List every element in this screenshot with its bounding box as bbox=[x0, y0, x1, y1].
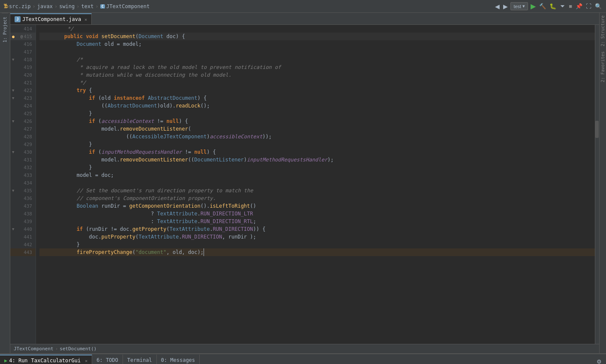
code-line-421: */ bbox=[39, 79, 595, 87]
linenum-420: 420 bbox=[10, 71, 36, 79]
tab-label: JTextComponent.java bbox=[22, 16, 81, 22]
sep1: › bbox=[33, 3, 36, 9]
linenum-429: 429 bbox=[10, 140, 36, 148]
linenum-438: 438 bbox=[10, 210, 36, 218]
code-line-440: if (runDir != doc.getProperty(TextAttrib… bbox=[39, 225, 595, 233]
search-button[interactable]: 🔍 bbox=[594, 2, 603, 10]
linenum-418: ▼418 bbox=[10, 56, 36, 63]
settings-button[interactable]: ⚙ bbox=[596, 358, 603, 364]
code-line-427: model.removeDocumentListener( bbox=[39, 125, 595, 133]
mini-scrollbar[interactable] bbox=[595, 25, 599, 344]
pin-button[interactable]: 📌 bbox=[575, 2, 583, 10]
build-button[interactable]: 🔨 bbox=[538, 2, 547, 10]
linenum-422: ▼422 bbox=[10, 87, 36, 94]
back-button[interactable]: ◀ bbox=[494, 2, 501, 11]
sep2: › bbox=[54, 3, 57, 9]
sep4: › bbox=[95, 3, 98, 9]
breadcrumb-text: text bbox=[81, 3, 94, 9]
run-tab-close[interactable]: ✕ bbox=[85, 358, 87, 363]
sep3: › bbox=[76, 3, 79, 9]
linenum-425: 425 bbox=[10, 110, 36, 117]
code-line-416: Document old = model; bbox=[39, 40, 595, 48]
dropdown-icon: ▾ bbox=[522, 3, 525, 9]
bottom-tabs: ▶ 4: Run TaxCalculatorGui ✕ 6: TODO Term… bbox=[0, 354, 606, 364]
linenum-416: 416 bbox=[10, 40, 36, 48]
breadcrumb-javax: javax bbox=[37, 3, 53, 9]
code-line-439: : TextAttribute.RUN_DIRECTION_RTL; bbox=[39, 218, 595, 225]
linenum-430: ▼430 bbox=[10, 148, 36, 156]
line-numbers: 414 ● @ 415 416 417 ▼418 419 420 421 ▼42… bbox=[10, 25, 36, 344]
file-tab-jtextcomponent[interactable]: J JTextComponent.java ✕ bbox=[10, 13, 92, 24]
code-line-431: model.removeDocumentListener((DocumentLi… bbox=[39, 156, 595, 164]
run-button[interactable]: ▶ bbox=[530, 1, 537, 11]
code-line-435: // Set the document's run direction prop… bbox=[39, 187, 595, 194]
structure-sidebar: 2: Structure 2: Favorites bbox=[599, 13, 606, 353]
linenum-433: 433 bbox=[10, 171, 36, 179]
code-line-436: // component's ComponentOrientation prop… bbox=[39, 194, 595, 202]
linenum-426: ▼426 bbox=[10, 117, 36, 125]
linenum-415: ● @ 415 bbox=[10, 33, 36, 40]
code-line-420: * mutations while we disconnecting the o… bbox=[39, 71, 595, 79]
tab-close-button[interactable]: ✕ bbox=[84, 17, 87, 22]
linenum-427: 427 bbox=[10, 125, 36, 133]
linenum-437: 437 bbox=[10, 202, 36, 210]
bottom-tabs-right: ⚙ bbox=[592, 358, 606, 364]
code-line-425: } bbox=[39, 110, 595, 117]
code-line-428: ((AccessibleJTextComponent)accessibleCon… bbox=[39, 133, 595, 140]
run-tab-name: TaxCalculatorGui bbox=[31, 358, 81, 364]
messages-tab[interactable]: 0: Messages bbox=[157, 355, 200, 364]
code-line-442: } bbox=[39, 241, 595, 248]
breadcrumb-class: C JTextComponent bbox=[100, 3, 150, 9]
linenum-423: ▼423 bbox=[10, 94, 36, 102]
code-line-424: ((AbstractDocument)old).readLock(); bbox=[39, 102, 595, 110]
split-button[interactable]: ⛶ bbox=[585, 2, 592, 10]
todo-tab-label: 6: TODO bbox=[96, 357, 118, 363]
code-line-432: } bbox=[39, 164, 595, 171]
run-config-selector[interactable]: test ▾ bbox=[510, 2, 528, 10]
linenum-417: 417 bbox=[10, 48, 36, 56]
linenum-419: 419 bbox=[10, 63, 36, 71]
code-line-438: ? TextAttribute.RUN_DIRECTION_LTR bbox=[39, 210, 595, 218]
toolbar-right: ◀ ▶ test ▾ ▶ 🔨 🐛 ⏷ ■ 📌 ⛶ 🔍 bbox=[494, 1, 603, 11]
terminal-tab-label: Terminal bbox=[127, 357, 152, 363]
code-editor[interactable]: 414 ● @ 415 416 417 ▼418 419 420 421 ▼42… bbox=[10, 25, 599, 344]
toolbar: 🗜 src.zip › javax › swing › text › C JTe… bbox=[0, 0, 606, 13]
terminal-tab[interactable]: Terminal bbox=[123, 355, 157, 364]
linenum-440: ▼440 bbox=[10, 225, 36, 233]
breadcrumb: 🗜 src.zip › javax › swing › text › C JTe… bbox=[3, 3, 492, 9]
code-line-437: Boolean runDir = getComponentOrientation… bbox=[39, 202, 595, 210]
bottom-panel: ▶ 4: Run TaxCalculatorGui ✕ 6: TODO Term… bbox=[0, 353, 606, 364]
breadcrumb-method-item: setDocument() bbox=[60, 346, 96, 352]
favorites-tab[interactable]: 2: Favorites bbox=[600, 49, 606, 85]
linenum-428: 428 bbox=[10, 133, 36, 140]
code-line-434 bbox=[39, 179, 595, 187]
todo-tab[interactable]: 6: TODO bbox=[92, 355, 123, 364]
code-line-419: * acquire a read lock on the old model t… bbox=[39, 63, 595, 71]
code-line-423: if (old instanceof AbstractDocument) { bbox=[39, 94, 595, 102]
code-line-429: } bbox=[39, 140, 595, 148]
linenum-436: 436 bbox=[10, 194, 36, 202]
linenum-435: ▼435 bbox=[10, 187, 36, 194]
file-tabs: J JTextComponent.java ✕ bbox=[10, 13, 599, 25]
run-tab-label: 4: Run bbox=[9, 358, 27, 364]
run-tab[interactable]: ▶ 4: Run TaxCalculatorGui ✕ bbox=[0, 355, 92, 364]
forward-button[interactable]: ▶ bbox=[502, 2, 509, 11]
code-content[interactable]: */ public void setDocument(Document doc)… bbox=[36, 25, 595, 344]
editor-area: J JTextComponent.java ✕ 414 ● @ 415 416 … bbox=[10, 13, 599, 353]
code-line-422: try { bbox=[39, 87, 595, 94]
breadcrumb-swing: swing bbox=[59, 3, 75, 9]
stop-button[interactable]: ■ bbox=[568, 2, 573, 10]
debug-button[interactable]: 🐛 bbox=[549, 2, 557, 10]
java-file-icon: J bbox=[15, 16, 21, 22]
code-line-443: firePropertyChange("document", old, doc)… bbox=[39, 248, 595, 256]
editor-breadcrumb: JTextComponent › setDocument() bbox=[10, 344, 599, 353]
linenum-443: 443 bbox=[10, 248, 36, 256]
run-tab-icon: ▶ bbox=[4, 358, 7, 364]
breadcrumb-src: src.zip bbox=[9, 3, 31, 9]
linenum-421: 421 bbox=[10, 79, 36, 87]
project-tab[interactable]: 1: Project bbox=[2, 13, 8, 46]
structure-tab[interactable]: 2: Structure bbox=[600, 13, 606, 49]
zip-icon: 🗜 bbox=[3, 3, 8, 9]
coverage-button[interactable]: ⏷ bbox=[559, 2, 566, 10]
linenum-424: 424 bbox=[10, 102, 36, 110]
